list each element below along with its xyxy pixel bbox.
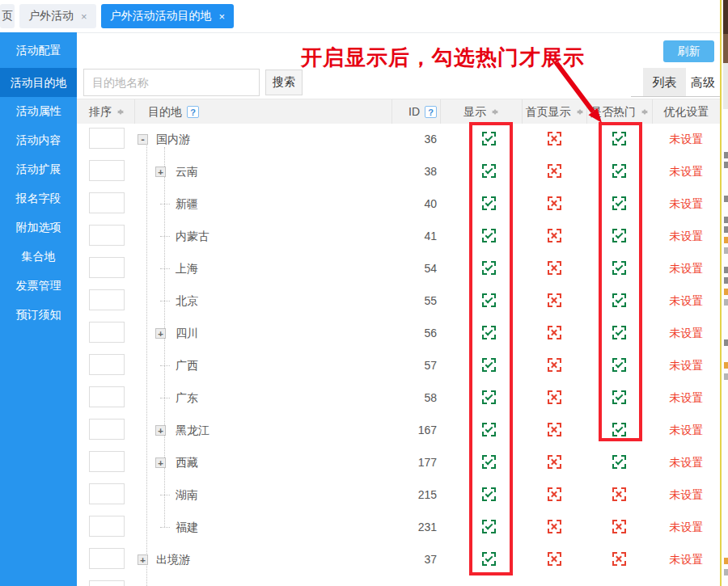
sidebar-item-5[interactable]: 报名字段 [0,183,77,213]
home-show-checkbox[interactable] [548,326,561,339]
home-show-checkbox[interactable] [548,423,561,436]
show-checkbox[interactable] [482,132,496,145]
sidebar-item-3[interactable]: 活动内容 [0,125,77,154]
hot-checkbox[interactable] [612,455,626,469]
show-checkbox[interactable] [482,164,496,178]
show-checkbox[interactable] [482,455,496,469]
show-checkbox[interactable] [482,326,496,339]
expand-icon[interactable]: + [155,167,166,177]
hot-checkbox[interactable] [612,229,626,242]
hot-checkbox[interactable] [612,520,626,533]
hot-checkbox[interactable] [612,487,626,501]
show-checkbox[interactable] [482,229,496,242]
tab-1[interactable]: 户外活动× [19,4,96,28]
home-show-checkbox[interactable] [548,520,561,533]
sort-arrows-icon[interactable] [492,106,499,118]
home-show-checkbox[interactable] [548,455,561,469]
optimize-settings-link[interactable]: 未设置 [653,478,720,511]
tab-advanced-view[interactable]: 高级 [686,68,720,96]
tab-2[interactable]: 户外活动活动目的地× [101,4,235,28]
collapse-icon[interactable]: - [138,134,148,145]
home-show-checkbox[interactable] [548,293,561,307]
show-checkbox[interactable] [482,261,496,275]
sort-order-input[interactable] [89,483,125,504]
close-icon[interactable]: × [219,11,226,23]
sort-order-input[interactable] [89,386,125,407]
optimize-settings-link[interactable]: 未设置 [653,414,720,446]
optimize-settings-link[interactable]: 未设置 [653,317,720,349]
optimize-settings-link[interactable]: 未设置 [653,285,720,317]
sidebar-item-6[interactable]: 附加选项 [0,213,77,242]
search-button[interactable]: 搜索 [265,70,303,95]
search-input[interactable] [83,69,260,96]
home-show-checkbox[interactable] [548,229,561,242]
home-show-checkbox[interactable] [548,261,561,275]
show-checkbox[interactable] [482,520,496,533]
home-show-checkbox[interactable] [548,390,561,404]
home-show-checkbox[interactable] [548,487,561,501]
hot-checkbox[interactable] [612,132,626,145]
tab-0[interactable]: 页 [0,4,15,28]
column-header-sort[interactable]: 排序 [77,99,135,124]
sidebar-item-4[interactable]: 活动扩展 [0,154,77,183]
sort-order-input[interactable] [89,354,125,375]
optimize-settings-link[interactable]: 未设置 [653,123,720,155]
show-checkbox[interactable] [482,552,496,566]
sort-arrows-icon[interactable] [641,106,649,118]
home-show-checkbox[interactable] [548,552,561,566]
sidebar-item-1[interactable]: 活动目的地 [0,68,77,97]
optimize-settings-link[interactable]: 未设置 [653,349,720,382]
column-header-hot[interactable]: 是否热门 [587,99,653,124]
sort-arrows-icon[interactable] [117,106,125,118]
hot-checkbox[interactable] [612,326,626,339]
hot-checkbox[interactable] [612,261,626,275]
sidebar-item-7[interactable]: 集合地 [0,242,77,271]
show-checkbox[interactable] [482,423,496,436]
hot-checkbox[interactable] [612,390,626,404]
expand-icon[interactable]: + [155,328,166,339]
hot-checkbox[interactable] [612,358,626,372]
show-checkbox[interactable] [482,196,496,210]
expand-icon[interactable]: + [155,457,166,468]
tab-list-view[interactable]: 列表 [643,68,686,96]
optimize-settings-link[interactable]: 未设置 [653,446,720,478]
expand-icon[interactable]: + [138,554,148,565]
optimize-settings-link[interactable]: 未设置 [653,188,720,220]
hot-checkbox[interactable] [612,293,626,307]
help-icon[interactable]: ? [425,106,437,118]
optimize-settings-link[interactable]: 未设置 [653,220,720,252]
close-icon[interactable]: × [81,11,87,23]
sort-arrows-icon[interactable] [577,106,584,118]
sort-order-input[interactable] [89,289,125,310]
column-header-show[interactable]: 显示 [441,99,523,124]
sidebar-item-9[interactable]: 预订须知 [0,300,77,329]
sidebar-item-8[interactable]: 发票管理 [0,271,77,300]
sort-order-input[interactable] [89,548,125,569]
sort-order-input[interactable] [89,257,125,278]
sidebar-item-2[interactable]: 活动属性 [0,96,77,125]
refresh-button[interactable]: 刷新 [663,40,714,62]
sort-order-input[interactable] [89,225,125,246]
hot-checkbox[interactable] [612,552,626,566]
expand-icon[interactable]: + [155,425,166,436]
sort-order-input[interactable] [89,516,125,537]
column-header-home-show[interactable]: 首页显示 [523,99,587,124]
hot-checkbox[interactable] [612,423,626,436]
show-checkbox[interactable] [482,487,496,501]
sort-order-input[interactable] [89,128,125,149]
sidebar-item-0[interactable]: 活动配置 [0,36,77,65]
sort-order-input[interactable] [89,192,125,213]
sort-order-input[interactable] [89,322,125,343]
optimize-settings-link[interactable]: 未设置 [653,543,720,575]
optimize-settings-link[interactable]: 未设置 [653,382,720,414]
sort-order-input[interactable] [89,451,125,472]
optimize-settings-link[interactable]: 未设置 [653,252,720,285]
sort-order-input[interactable] [89,419,125,440]
home-show-checkbox[interactable] [548,132,561,145]
sort-order-input[interactable] [89,160,125,181]
show-checkbox[interactable] [482,293,496,307]
hot-checkbox[interactable] [612,164,626,178]
home-show-checkbox[interactable] [548,164,561,178]
hot-checkbox[interactable] [612,196,626,210]
help-icon[interactable]: ? [187,106,199,118]
